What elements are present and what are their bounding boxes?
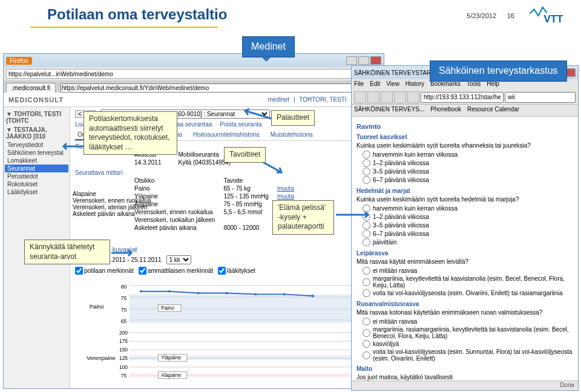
sidebar-item[interactable]: Rokotukset	[5, 180, 68, 188]
q-hedelmat: Kuinka usein keskimäärin syöt tuoreita h…	[356, 196, 573, 203]
radio-option[interactable]: 3–5 päivänä viikossa	[363, 221, 573, 229]
url-input[interactable]	[421, 92, 504, 103]
sidebar-item[interactable]: Lääkitykset	[5, 188, 68, 196]
menu-view[interactable]: View	[386, 80, 399, 89]
bookmarks-bar: SÄHKÖINEN TERVEYS... Phonebook Resource …	[352, 105, 578, 117]
mediconsult-header: MEDICONSULT medinet | TOHTORI, TESTI Lop…	[4, 93, 384, 107]
url-input-2[interactable]	[61, 83, 381, 93]
callout-medinet: Medinet	[242, 36, 295, 57]
slide-date: 5/23/2012	[467, 12, 496, 19]
radio-option[interactable]: ei mitään rasvaa	[363, 267, 573, 275]
maximize-button[interactable]	[358, 56, 369, 65]
sidebar-item[interactable]: Terveystiedot	[5, 141, 68, 149]
radio-option[interactable]: margariinia, kevytlevitettä tai kasvista…	[363, 275, 573, 289]
svg-text:175: 175	[119, 338, 128, 344]
svg-text:VTT: VTT	[544, 13, 563, 25]
q-leiparasva-title: Leipärasva	[356, 250, 573, 256]
home-button[interactable]	[407, 91, 419, 103]
subtab[interactable]: Muistutehistoria	[268, 130, 315, 140]
radio-option[interactable]: voita tai voi-kasviöljyseosta (esim. Sun…	[363, 348, 573, 362]
arrow-palautteet	[242, 108, 272, 125]
stop-button[interactable]	[394, 91, 406, 103]
title-underline	[30, 27, 218, 28]
svg-text:75: 75	[121, 295, 127, 301]
star-toolbar	[352, 90, 578, 105]
svg-point-13	[197, 292, 200, 295]
svg-point-11	[140, 290, 142, 293]
menu-bookmarks[interactable]: Bookmarks	[430, 80, 461, 89]
radio-option[interactable]: 3–5 päivänä viikossa	[363, 168, 573, 175]
firefox-button[interactable]: Firefox	[6, 57, 32, 65]
sidebar-item[interactable]: ▼ TOHTORI, TESTI (TOHTC	[5, 109, 68, 125]
statusbar: Done	[352, 381, 578, 390]
svg-text:200: 200	[119, 330, 128, 336]
back-button[interactable]	[354, 91, 366, 103]
sidebar-item[interactable]: ▼ TESTAAJA, JAAKKO [010	[5, 125, 68, 141]
link-user[interactable]: TOHTORI, TESTI	[299, 96, 346, 103]
menu-edit[interactable]: Edit	[370, 80, 380, 89]
link-muuta[interactable]: muuta	[274, 193, 298, 200]
sidebar-item[interactable]: Sähköinen terveystal	[5, 149, 68, 157]
radio-option[interactable]: harvemmin kuin kerran viikossa	[363, 204, 573, 212]
svg-text:65: 65	[121, 318, 127, 324]
menu-file[interactable]: File	[354, 80, 364, 89]
menu-history[interactable]: History	[405, 80, 424, 89]
svg-text:Paino: Paino	[90, 303, 104, 310]
section-ravinto: Ravinto	[356, 123, 573, 130]
radio-option[interactable]: margariinia, rasiamargariinia, kevytlevi…	[363, 326, 573, 339]
menu-tools[interactable]: Tools	[467, 80, 481, 89]
url-bar-row	[4, 67, 384, 80]
url-input[interactable]	[6, 69, 381, 79]
search-input[interactable]	[505, 92, 576, 103]
bookmark-item[interactable]: Resource Calendar	[467, 106, 519, 115]
radio-option[interactable]: harvemmin kuin kerran viikossa	[363, 151, 573, 158]
sidebar-item[interactable]: Lomakkeet	[5, 157, 68, 165]
link-muuta[interactable]: muuta	[274, 185, 298, 192]
menu-help[interactable]: Help	[487, 80, 499, 89]
titlebar[interactable]: Firefox	[4, 54, 384, 67]
q-leiparasva: Mitä rasvaa käytät enimmäkseen leivällä?	[356, 258, 573, 265]
q-maito: Jos juot maitoa, käytätkö tavallisesti	[356, 374, 573, 381]
minimize-button[interactable]	[346, 56, 357, 65]
callout-star: Sähköinen terveystarkastus	[430, 60, 567, 82]
radio-option[interactable]: päivittäin	[363, 238, 573, 246]
q-kasvikset: Kuinka usein keskimäärin syöt tuoreita v…	[356, 142, 573, 149]
radio-option[interactable]: 1–2 päivänä viikossa	[363, 159, 573, 167]
radio-option[interactable]: 6–7 päivänä viikossa	[363, 176, 573, 184]
radio-option[interactable]: 1–2 päivänä viikossa	[363, 213, 573, 221]
browser-tab[interactable]: .mediconsult.fi	[6, 83, 56, 93]
chart-area: Paino 80 75 70 65 Paino Verenpaine	[75, 277, 379, 386]
bookmark-item[interactable]: SÄHKÖINEN TERVEYS...	[354, 106, 424, 115]
link-medinet[interactable]: medinet	[268, 96, 290, 103]
callout-mobile: Kännykällä lähetetyt seuranta-arvot	[24, 240, 110, 264]
cb-laak[interactable]: lääkitykset	[218, 267, 255, 275]
radio-option[interactable]: 6–7 päivänä viikossa	[363, 230, 573, 238]
sidebar-item-seurannat[interactable]: Seurannat	[5, 165, 68, 172]
arrow-ehr	[61, 140, 85, 152]
table-row: Paino65 - 75 kgmuuta	[131, 185, 298, 192]
svg-text:75: 75	[121, 373, 127, 379]
callout-tavoitteet: Tavoitteet	[224, 147, 266, 163]
forward-button[interactable]	[367, 91, 379, 103]
sidebar-item[interactable]: Perustiedot	[5, 172, 68, 180]
cb-potilaan[interactable]: potilaan merkinnät	[75, 267, 134, 275]
radio-option[interactable]: ei mitään rasvaa	[363, 318, 573, 325]
panel-mittari-label: Seurattava mittari	[75, 169, 379, 176]
subtab[interactable]: Hoitosuunnitelmahistoria	[191, 130, 262, 140]
arrow-elama	[336, 209, 372, 221]
vtt-logo: VTT	[528, 5, 570, 27]
cb-ammatt[interactable]: ammattilaisen merkinnät	[139, 267, 213, 275]
q-maito-title: Maito	[356, 365, 573, 372]
radio-option[interactable]: voita tai voi-kasviöljyseosta (esim. Oiv…	[363, 289, 573, 297]
svg-text:Alapaine: Alapaine	[161, 372, 181, 378]
span-select[interactable]: 1 kk	[166, 255, 191, 264]
callout-elama: 'Elämä pelissä' -kysely + palauteraportt…	[272, 200, 334, 235]
svg-text:125: 125	[119, 355, 128, 361]
arrow-mobile	[111, 247, 136, 259]
star-content[interactable]: Ravinto Tuoreet kasvikset Kuinka usein k…	[352, 117, 578, 381]
svg-text:Paino: Paino	[161, 305, 174, 311]
radio-option[interactable]: kasviöljyä	[363, 340, 573, 348]
close-button[interactable]	[370, 56, 381, 65]
bookmark-item[interactable]: Phonebook	[430, 106, 461, 115]
reload-button[interactable]	[381, 91, 393, 103]
